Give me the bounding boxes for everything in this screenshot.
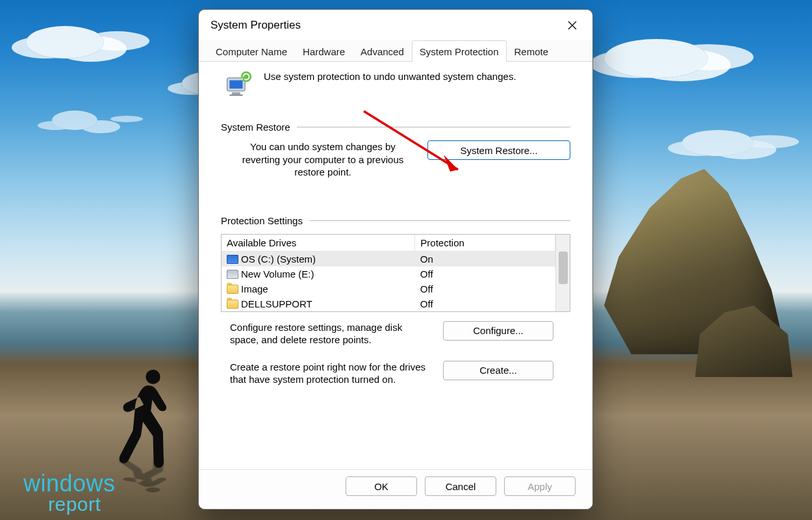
watermark-logo: windows report: [23, 473, 116, 514]
folder-drive-icon: [227, 300, 238, 309]
drive-name: DELLSUPPORT: [222, 296, 415, 311]
close-icon: [568, 21, 577, 30]
drive-protection: Off: [415, 296, 555, 311]
cancel-button[interactable]: Cancel: [425, 476, 496, 496]
tab-advanced[interactable]: Advanced: [353, 40, 412, 62]
tab-strip: Computer NameHardwareAdvancedSystem Prot…: [199, 40, 592, 62]
drive-protection: On: [415, 251, 555, 266]
create-description: Create a restore point right now for the…: [230, 361, 431, 386]
runner-reflection: [114, 481, 185, 495]
svg-rect-1: [229, 81, 242, 89]
cloud-decoration: [26, 26, 104, 58]
drive-name: OS (C:) (System): [222, 251, 415, 266]
configure-button[interactable]: Configure...: [443, 321, 553, 341]
group-label-text: System Restore: [221, 122, 290, 133]
cloud-decoration: [604, 39, 708, 78]
group-divider: [309, 220, 570, 221]
column-header-drives[interactable]: Available Drives: [222, 235, 415, 252]
tab-remote[interactable]: Remote: [507, 40, 557, 62]
intro-text: Use system protection to undo unwanted s…: [264, 70, 516, 82]
drive-name: New Volume (E:): [222, 266, 415, 281]
drive-protection: Off: [415, 281, 555, 296]
window-title: System Properties: [210, 19, 301, 32]
ok-button[interactable]: OK: [346, 476, 417, 496]
intro-row: Use system protection to undo unwanted s…: [221, 70, 570, 116]
system-properties-dialog: System Properties Computer NameHardwareA…: [198, 9, 593, 510]
cloud-decoration: [52, 110, 97, 130]
apply-button[interactable]: Apply: [504, 476, 576, 496]
watermark-line2: report: [23, 495, 116, 514]
group-system-restore: System Restore: [221, 122, 570, 133]
drives-list[interactable]: Available Drives Protection OS (C:) (Sys…: [221, 234, 570, 312]
scrollbar-thumb[interactable]: [559, 252, 568, 284]
configure-description: Configure restore settings, manage disk …: [230, 321, 431, 346]
drive-row[interactable]: ImageOff: [222, 281, 555, 296]
svg-rect-3: [229, 95, 242, 96]
drives-scrollbar[interactable]: [555, 235, 570, 311]
dialog-footer: OK Cancel Apply: [199, 469, 592, 509]
tab-system-protection[interactable]: System Protection: [412, 40, 507, 62]
system-restore-description: You can undo system changes by reverting…: [230, 140, 416, 179]
create-button[interactable]: Create...: [443, 361, 553, 380]
watermark-line1: windows: [23, 473, 116, 495]
folder-drive-icon: [227, 285, 238, 294]
tab-content: Use system protection to undo unwanted s…: [199, 62, 592, 469]
os-drive-icon: [227, 255, 238, 264]
svg-rect-2: [232, 92, 240, 95]
drive-protection: Off: [415, 266, 555, 281]
drive-row[interactable]: New Volume (E:)Off: [222, 266, 555, 281]
group-divider: [297, 127, 570, 127]
system-protection-icon: [225, 70, 253, 98]
svg-point-4: [241, 72, 252, 83]
close-button[interactable]: [561, 16, 583, 34]
vol-drive-icon: [227, 270, 238, 279]
titlebar[interactable]: System Properties: [199, 10, 592, 40]
group-protection-settings: Protection Settings: [221, 215, 570, 226]
tab-hardware[interactable]: Hardware: [295, 40, 353, 62]
group-label-text: Protection Settings: [221, 215, 303, 226]
column-header-protection[interactable]: Protection: [415, 235, 555, 252]
desktop-wallpaper: windows report System Properties Compute…: [0, 0, 812, 520]
tab-computer-name[interactable]: Computer Name: [208, 40, 295, 62]
system-restore-button[interactable]: System Restore...: [427, 140, 570, 160]
cloud-decoration: [682, 130, 754, 156]
drive-name: Image: [222, 281, 415, 296]
drive-row[interactable]: OS (C:) (System)On: [222, 251, 555, 266]
drive-row[interactable]: DELLSUPPORTOff: [222, 296, 555, 311]
